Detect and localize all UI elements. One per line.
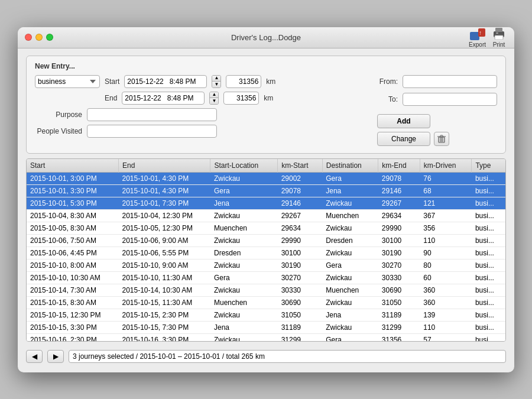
- table-row[interactable]: 2015-10-15, 8:30 AM2015-10-15, 11:30 AMM…: [27, 296, 505, 309]
- table-cell: 29990: [278, 234, 323, 246]
- table-row[interactable]: 2015-10-01, 3:00 PM2015-10-01, 4:30 PMZw…: [27, 172, 505, 184]
- table-row[interactable]: 2015-10-05, 8:30 AM2015-10-05, 12:30 PMM…: [27, 222, 505, 234]
- table-row[interactable]: 2015-10-15, 12:30 PM2015-10-15, 2:30 PMZ…: [27, 309, 505, 321]
- table-row[interactable]: 2015-10-06, 7:50 AM2015-10-06, 9:00 AMZw…: [27, 234, 505, 246]
- col-type: Type: [472, 159, 505, 173]
- maximize-button[interactable]: [46, 34, 53, 41]
- end-label: End: [105, 94, 117, 102]
- to-input[interactable]: [403, 93, 497, 106]
- table-cell: 2015-10-15, 8:30 AM: [27, 296, 118, 309]
- end-stepper[interactable]: ▲ ▼: [209, 92, 219, 105]
- table-row[interactable]: 2015-10-14, 7:30 AM2015-10-14, 10:30 AMZ…: [27, 284, 505, 296]
- table-cell: 2015-10-01, 5:30 PM: [27, 197, 118, 209]
- table-cell: Zwickau: [322, 246, 378, 259]
- table-cell: 31189: [278, 321, 323, 333]
- table-cell: 30330: [278, 284, 323, 296]
- people-input[interactable]: [87, 125, 217, 138]
- table-cell: 29146: [378, 184, 420, 197]
- table-cell: busi...: [472, 333, 505, 342]
- table-cell: 2015-10-04, 12:30 PM: [118, 209, 210, 222]
- end-stepper-up[interactable]: ▲: [210, 92, 218, 99]
- table-row[interactable]: 2015-10-01, 3:30 PM2015-10-01, 4:30 PMGe…: [27, 184, 505, 197]
- add-button[interactable]: Add: [377, 114, 430, 128]
- title-bar: Driver's Log...Dodge ↑ Export: [18, 27, 514, 48]
- end-km-input[interactable]: [223, 92, 259, 105]
- type-select[interactable]: business private other: [35, 75, 100, 88]
- table-cell: 2015-10-06, 9:00 AM: [118, 234, 210, 246]
- export-button[interactable]: ↑ Export: [469, 27, 486, 48]
- table-cell: 30190: [378, 246, 420, 259]
- table-cell: 29002: [278, 172, 323, 184]
- start-datetime-input[interactable]: [124, 75, 207, 88]
- journey-table-container[interactable]: Start End Start-Location km-Start Destin…: [26, 158, 506, 342]
- table-cell: Zwickau: [322, 197, 378, 209]
- table-cell: Jena: [210, 321, 278, 333]
- table-cell: busi...: [472, 309, 505, 321]
- start-stepper-up[interactable]: ▲: [212, 76, 220, 82]
- table-row[interactable]: 2015-10-10, 8:00 AM2015-10-10, 9:00 AMZw…: [27, 259, 505, 271]
- table-cell: 2015-10-04, 8:30 AM: [27, 209, 118, 222]
- change-button[interactable]: Change: [377, 132, 430, 146]
- table-cell: Dresden: [210, 246, 278, 259]
- form-row-to: To:: [377, 93, 497, 106]
- table-row[interactable]: 2015-10-04, 8:30 AM2015-10-04, 12:30 PMZ…: [27, 209, 505, 222]
- table-cell: 30100: [278, 246, 323, 259]
- table-cell: 29078: [378, 172, 420, 184]
- table-cell: 31299: [278, 333, 323, 342]
- from-input[interactable]: [403, 75, 497, 88]
- start-stepper[interactable]: ▲ ▼: [212, 75, 221, 88]
- print-button[interactable]: Print: [491, 27, 507, 48]
- table-cell: 2015-10-10, 8:00 AM: [27, 259, 118, 271]
- print-icon: [491, 27, 507, 40]
- start-stepper-down[interactable]: ▼: [212, 82, 220, 87]
- purpose-input[interactable]: [87, 108, 217, 121]
- table-cell: 60: [420, 271, 472, 284]
- table-row[interactable]: 2015-10-06, 4:45 PM2015-10-06, 5:55 PMDr…: [27, 246, 505, 259]
- status-text: 3 journeys selected / 2015-10-01 – 2015-…: [69, 350, 506, 363]
- close-button[interactable]: [25, 34, 32, 41]
- change-delete-row: Change: [377, 132, 497, 146]
- table-cell: 29146: [278, 197, 323, 209]
- table-cell: 29267: [378, 197, 420, 209]
- table-row[interactable]: 2015-10-10, 10:30 AM2015-10-10, 11:30 AM…: [27, 271, 505, 284]
- main-window: Driver's Log...Dodge ↑ Export: [18, 27, 514, 372]
- to-label: To:: [377, 95, 398, 103]
- col-km-driven: km-Driven: [420, 159, 472, 173]
- form-row-purpose: Purpose: [35, 108, 372, 121]
- end-stepper-down[interactable]: ▼: [210, 98, 218, 104]
- from-label: From:: [377, 77, 398, 86]
- table-cell: 30690: [278, 296, 323, 309]
- table-row[interactable]: 2015-10-15, 3:30 PM2015-10-15, 7:30 PMJe…: [27, 321, 505, 333]
- new-entry-section: New Entry... business private other Star…: [26, 56, 506, 154]
- table-cell: Zwickau: [210, 309, 278, 321]
- start-km-input[interactable]: [226, 75, 261, 88]
- table-cell: Zwickau: [210, 259, 278, 271]
- action-buttons: Add Change: [377, 114, 497, 146]
- table-cell: 30100: [378, 234, 420, 246]
- table-cell: 360: [420, 296, 472, 309]
- svg-rect-4: [495, 28, 502, 32]
- table-cell: Zwickau: [210, 284, 278, 296]
- table-cell: 2015-10-06, 4:45 PM: [27, 246, 118, 259]
- table-row[interactable]: 2015-10-16, 2:30 PM2015-10-16, 3:30 PMZw…: [27, 333, 505, 342]
- end-datetime-input[interactable]: [122, 92, 205, 105]
- table-cell: 2015-10-05, 12:30 PM: [118, 222, 210, 234]
- delete-button[interactable]: [434, 132, 449, 146]
- table-cell: busi...: [472, 296, 505, 309]
- table-cell: 29634: [278, 222, 323, 234]
- minimize-button[interactable]: [35, 34, 43, 41]
- prev-button[interactable]: ◀: [26, 350, 43, 363]
- form-row-end: End ▲ ▼ km: [35, 92, 372, 105]
- table-row[interactable]: 2015-10-01, 5:30 PM2015-10-01, 7:30 PMJe…: [27, 197, 505, 209]
- table-cell: 2015-10-06, 5:55 PM: [118, 246, 210, 259]
- table-cell: Gera: [322, 333, 378, 342]
- table-cell: Gera: [322, 172, 378, 184]
- table-cell: 57: [420, 333, 472, 342]
- table-cell: 30190: [278, 259, 323, 271]
- next-button[interactable]: ▶: [47, 350, 64, 363]
- col-start-location: Start-Location: [210, 159, 278, 173]
- table-cell: 2015-10-16, 3:30 PM: [118, 333, 210, 342]
- print-label: Print: [493, 41, 505, 48]
- toolbar: ↑ Export Print: [469, 27, 507, 48]
- col-km-end: km-End: [378, 159, 420, 173]
